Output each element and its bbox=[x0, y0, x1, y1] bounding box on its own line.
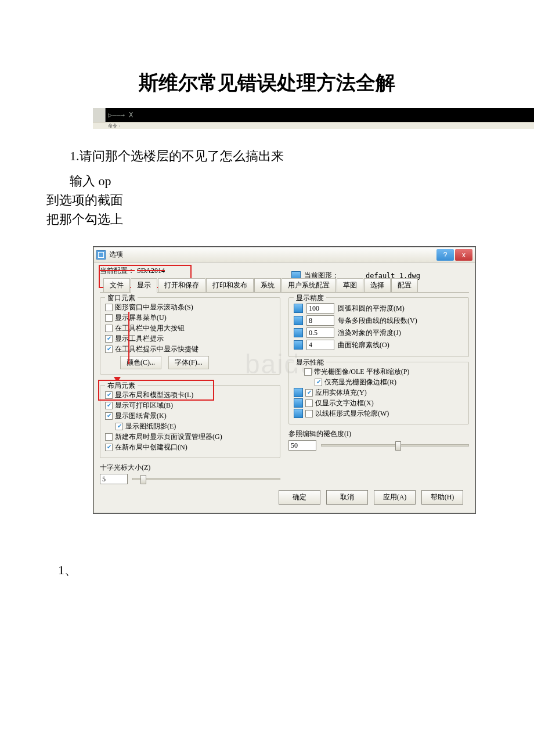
lbl-text-boundary-only: 仅显示文字边框(X) bbox=[315, 398, 374, 408]
chk-tooltips[interactable] bbox=[105, 335, 113, 343]
chk-large-buttons[interactable] bbox=[105, 325, 113, 332]
chk-printable-area[interactable] bbox=[105, 402, 113, 409]
xref-fade-label: 参照编辑的褪色度(I) bbox=[288, 429, 469, 439]
chk-layout-tabs[interactable] bbox=[105, 391, 113, 399]
lbl-paper-bg: 显示图纸背景(K) bbox=[115, 411, 167, 420]
lbl-tooltips: 显示工具栏提示 bbox=[115, 334, 164, 343]
current-profile-label: 当前配置： bbox=[100, 266, 135, 276]
tab-profiles[interactable]: 配置 bbox=[391, 278, 418, 292]
chk-wireframe-silhouette[interactable] bbox=[305, 410, 313, 417]
dialog-title: 选项 bbox=[109, 250, 435, 260]
drawing-icon bbox=[294, 304, 303, 313]
polyline-segments-label: 每条多段曲线的线段数(V) bbox=[338, 316, 417, 326]
titlebar-help-button[interactable]: ? bbox=[436, 249, 454, 261]
surface-contour-label: 曲面轮廓素线(O) bbox=[338, 340, 389, 350]
tab-user-prefs[interactable]: 用户系统配置 bbox=[282, 278, 336, 292]
lbl-scrollbars: 图形窗口中显示滚动条(S) bbox=[115, 303, 193, 312]
answer-line-2: 到选项的截面 bbox=[46, 190, 499, 210]
drawing-icon bbox=[294, 340, 303, 350]
answer-line-1: 输入 op bbox=[70, 171, 499, 190]
chk-paper-bg[interactable] bbox=[105, 412, 113, 420]
lbl-large-buttons: 在工具栏中使用大按钮 bbox=[115, 323, 185, 333]
chk-highlight-raster-frame[interactable] bbox=[315, 379, 322, 386]
drawing-icon bbox=[294, 409, 303, 418]
render-smoothness-label: 渲染对象的平滑度(J) bbox=[338, 328, 401, 338]
current-profile-value: SDA2014 bbox=[137, 267, 165, 275]
tab-system[interactable]: 系统 bbox=[254, 278, 281, 292]
display-precision-group: 显示精度 圆弧和圆的平滑度(M) 每条多段曲线的线段数(V) 渲染对象的平滑度(… bbox=[288, 297, 469, 357]
cancel-button[interactable]: 取消 bbox=[326, 490, 368, 505]
xref-fade-slider[interactable] bbox=[321, 444, 469, 447]
xref-fade-group: 参照编辑的褪色度(I) bbox=[288, 429, 469, 451]
chk-screen-menu[interactable] bbox=[105, 314, 113, 322]
drawing-icon bbox=[294, 398, 303, 408]
lbl-create-viewport: 在新布局中创建视口(N) bbox=[115, 442, 187, 452]
chk-shortcut-keys[interactable] bbox=[105, 345, 113, 353]
crosshair-slider-thumb[interactable] bbox=[140, 475, 146, 484]
crosshair-value-input[interactable] bbox=[100, 474, 128, 484]
xref-fade-slider-thumb[interactable] bbox=[395, 441, 401, 451]
chk-solid-fill[interactable] bbox=[305, 389, 313, 397]
arc-smoothness-label: 圆弧和圆的平滑度(M) bbox=[338, 304, 405, 314]
answer-line-3: 把那个勾选上 bbox=[46, 210, 499, 229]
colors-button[interactable]: 颜色(C)... bbox=[120, 356, 161, 369]
chk-text-boundary-only[interactable] bbox=[305, 399, 313, 407]
chk-scrollbars[interactable] bbox=[105, 304, 113, 311]
drawing-icon bbox=[294, 316, 303, 325]
lbl-pan-zoom-raster: 带光栅图像/OLE 平移和缩放(P) bbox=[314, 367, 409, 376]
tab-open-save[interactable]: 打开和保存 bbox=[158, 278, 205, 292]
layout-elements-legend: 布局元素 bbox=[105, 381, 138, 391]
drawing-icon bbox=[294, 328, 303, 337]
titlebar-close-button[interactable]: x bbox=[455, 249, 472, 261]
tab-drafting[interactable]: 草图 bbox=[337, 278, 363, 292]
display-performance-legend: 显示性能 bbox=[294, 358, 326, 368]
fonts-button[interactable]: 字体(F)... bbox=[168, 356, 209, 369]
help-button[interactable]: 帮助(H) bbox=[421, 490, 463, 505]
arc-smoothness-input[interactable] bbox=[306, 303, 334, 314]
lbl-printable-area: 显示可打印区域(B) bbox=[115, 401, 173, 410]
surface-contour-input[interactable] bbox=[306, 340, 334, 350]
dialog-button-bar: 确定 取消 应用(A) 帮助(H) bbox=[100, 484, 469, 507]
chk-create-viewport[interactable] bbox=[105, 444, 113, 451]
tab-bar: 文件 显示 打开和保存 打印和发布 系统 用户系统配置 草图 选择 配置 bbox=[100, 278, 469, 293]
options-dialog-screenshot: baidu 选项 ? x 当前配置： SDA2014 当前图形： bbox=[93, 246, 476, 514]
lbl-screen-menu: 显示屏幕菜单(U) bbox=[115, 313, 167, 322]
document-title: 斯维尔常见错误处理方法全解 bbox=[35, 70, 499, 96]
render-smoothness-input[interactable] bbox=[306, 327, 334, 338]
window-elements-legend: 窗口元素 bbox=[105, 293, 138, 303]
lbl-shortcut-keys: 在工具栏提示中显示快捷键 bbox=[115, 344, 199, 354]
lbl-page-setup-mgr: 新建布局时显示页面设置管理器(G) bbox=[115, 432, 222, 441]
app-icon bbox=[96, 250, 106, 260]
chk-paper-shadow[interactable] bbox=[116, 423, 123, 430]
xref-fade-value-input[interactable] bbox=[288, 440, 316, 451]
display-precision-legend: 显示精度 bbox=[294, 293, 326, 303]
display-performance-group: 显示性能 带光栅图像/OLE 平移和缩放(P) 仅亮显光栅图像边框(R) 应用实… bbox=[288, 362, 469, 424]
ok-button[interactable]: 确定 bbox=[279, 490, 320, 505]
ucs-arrow-label: ▷——→ X bbox=[106, 108, 140, 122]
lbl-paper-shadow: 显示图纸阴影(E) bbox=[125, 422, 176, 431]
polyline-segments-input[interactable] bbox=[306, 315, 334, 326]
question-1: 1.请问那个选楼层的不见了怎么搞出来 bbox=[70, 146, 499, 165]
lbl-layout-tabs: 显示布局和模型选项卡(L) bbox=[115, 390, 193, 399]
command-line-strip[interactable]: 命令： bbox=[93, 122, 534, 129]
lbl-highlight-raster-frame: 仅亮显光栅图像边框(R) bbox=[324, 377, 396, 387]
tab-selection[interactable]: 选择 bbox=[364, 278, 391, 292]
lbl-wireframe-silhouette: 以线框形式显示轮廓(W) bbox=[315, 409, 389, 418]
tab-plot-publish[interactable]: 打印和发布 bbox=[206, 278, 254, 292]
window-elements-group: 窗口元素 图形窗口中显示滚动条(S) 显示屏幕菜单(U) 在工具栏中使用大按钮 … bbox=[100, 297, 280, 375]
dialog-titlebar: 选项 ? x bbox=[94, 247, 475, 262]
chk-page-setup-mgr[interactable] bbox=[105, 433, 113, 441]
apply-button[interactable]: 应用(A) bbox=[374, 490, 416, 505]
layout-elements-group: 布局元素 显示布局和模型选项卡(L) 显示可打印区域(B) 显示图纸背景(K) … bbox=[100, 385, 280, 458]
chk-pan-zoom-raster[interactable] bbox=[304, 368, 312, 376]
console-strip: ▷——→ X bbox=[93, 108, 534, 122]
tab-files[interactable]: 文件 bbox=[103, 278, 130, 292]
crosshair-label: 十字光标大小(Z) bbox=[100, 463, 280, 473]
lbl-solid-fill: 应用实体填充(Y) bbox=[315, 388, 367, 397]
ucs-icon-cell bbox=[93, 108, 106, 122]
drawing-icon bbox=[294, 388, 303, 397]
tab-display[interactable]: 显示 bbox=[131, 278, 157, 293]
crosshair-size-group: 十字光标大小(Z) bbox=[100, 463, 280, 484]
crosshair-slider[interactable] bbox=[132, 478, 280, 480]
footer-number: 1、 bbox=[58, 560, 499, 579]
